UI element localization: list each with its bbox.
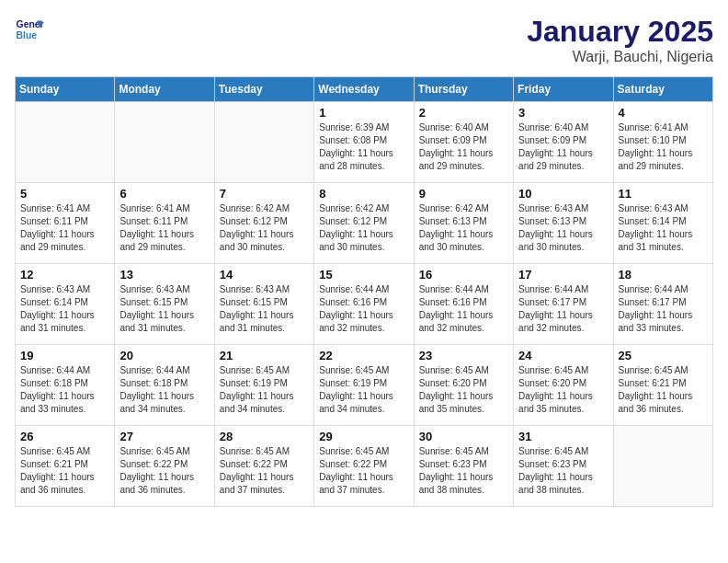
weekday-header: Monday (115, 77, 214, 102)
day-detail: Sunrise: 6:42 AM Sunset: 6:12 PM Dayligh… (220, 202, 309, 254)
day-number: 11 (619, 187, 708, 201)
calendar-cell: 6Sunrise: 6:41 AM Sunset: 6:11 PM Daylig… (115, 183, 214, 264)
day-detail: Sunrise: 6:43 AM Sunset: 6:13 PM Dayligh… (518, 202, 608, 254)
calendar-cell: 23Sunrise: 6:45 AM Sunset: 6:20 PM Dayli… (414, 345, 513, 426)
day-detail: Sunrise: 6:43 AM Sunset: 6:14 PM Dayligh… (619, 202, 708, 254)
day-number: 14 (220, 268, 309, 282)
day-number: 5 (20, 187, 109, 201)
day-number: 13 (119, 268, 209, 282)
calendar-cell: 15Sunrise: 6:44 AM Sunset: 6:16 PM Dayli… (314, 264, 414, 345)
weekday-header-row: SundayMondayTuesdayWednesdayThursdayFrid… (16, 77, 713, 102)
calendar-cell: 2Sunrise: 6:40 AM Sunset: 6:09 PM Daylig… (414, 102, 513, 183)
calendar-week-row: 19Sunrise: 6:44 AM Sunset: 6:18 PM Dayli… (16, 345, 713, 426)
calendar-cell (613, 426, 712, 507)
day-detail: Sunrise: 6:45 AM Sunset: 6:19 PM Dayligh… (220, 364, 309, 416)
day-number: 3 (518, 106, 608, 120)
day-number: 19 (20, 349, 109, 362)
day-number: 26 (20, 430, 109, 443)
calendar-cell: 5Sunrise: 6:41 AM Sunset: 6:11 PM Daylig… (16, 183, 115, 264)
day-number: 24 (518, 349, 608, 362)
calendar-cell: 4Sunrise: 6:41 AM Sunset: 6:10 PM Daylig… (613, 102, 712, 183)
calendar-cell: 11Sunrise: 6:43 AM Sunset: 6:14 PM Dayli… (613, 183, 712, 264)
day-number: 7 (220, 187, 309, 201)
calendar-cell: 13Sunrise: 6:43 AM Sunset: 6:15 PM Dayli… (115, 264, 214, 345)
calendar-cell: 9Sunrise: 6:42 AM Sunset: 6:13 PM Daylig… (414, 183, 513, 264)
calendar-cell: 10Sunrise: 6:43 AM Sunset: 6:13 PM Dayli… (514, 183, 613, 264)
day-number: 2 (419, 106, 508, 120)
day-detail: Sunrise: 6:45 AM Sunset: 6:23 PM Dayligh… (419, 445, 508, 497)
calendar-cell: 21Sunrise: 6:45 AM Sunset: 6:19 PM Dayli… (214, 345, 313, 426)
calendar-cell: 30Sunrise: 6:45 AM Sunset: 6:23 PM Dayli… (414, 426, 513, 507)
calendar-cell: 28Sunrise: 6:45 AM Sunset: 6:22 PM Dayli… (214, 426, 313, 507)
day-detail: Sunrise: 6:40 AM Sunset: 6:09 PM Dayligh… (518, 121, 608, 173)
day-number: 23 (419, 349, 508, 362)
day-number: 30 (419, 430, 508, 443)
day-detail: Sunrise: 6:45 AM Sunset: 6:19 PM Dayligh… (319, 364, 408, 416)
calendar-week-row: 26Sunrise: 6:45 AM Sunset: 6:21 PM Dayli… (16, 426, 713, 507)
day-number: 4 (619, 106, 708, 120)
calendar-cell: 24Sunrise: 6:45 AM Sunset: 6:20 PM Dayli… (514, 345, 613, 426)
weekday-header: Saturday (613, 77, 712, 102)
day-number: 29 (319, 430, 408, 443)
calendar-cell (115, 102, 214, 183)
day-number: 21 (220, 349, 309, 362)
day-number: 17 (518, 268, 608, 282)
logo-icon: General Blue (15, 15, 44, 44)
day-number: 1 (319, 106, 408, 120)
day-detail: Sunrise: 6:43 AM Sunset: 6:14 PM Dayligh… (20, 283, 109, 335)
day-number: 10 (518, 187, 608, 201)
day-detail: Sunrise: 6:44 AM Sunset: 6:16 PM Dayligh… (419, 283, 508, 335)
day-detail: Sunrise: 6:41 AM Sunset: 6:11 PM Dayligh… (119, 202, 209, 254)
month-title: January 2025 (527, 15, 713, 49)
title-area: January 2025 Warji, Bauchi, Nigeria (527, 15, 713, 65)
day-detail: Sunrise: 6:44 AM Sunset: 6:17 PM Dayligh… (518, 283, 608, 335)
day-number: 16 (419, 268, 508, 282)
calendar-cell: 7Sunrise: 6:42 AM Sunset: 6:12 PM Daylig… (214, 183, 313, 264)
calendar-cell: 19Sunrise: 6:44 AM Sunset: 6:18 PM Dayli… (16, 345, 115, 426)
calendar-cell: 22Sunrise: 6:45 AM Sunset: 6:19 PM Dayli… (314, 345, 414, 426)
day-detail: Sunrise: 6:45 AM Sunset: 6:20 PM Dayligh… (518, 364, 608, 416)
location-subtitle: Warji, Bauchi, Nigeria (527, 49, 713, 65)
day-detail: Sunrise: 6:45 AM Sunset: 6:21 PM Dayligh… (619, 364, 708, 416)
day-number: 25 (619, 349, 708, 362)
calendar-cell (16, 102, 115, 183)
calendar-cell: 26Sunrise: 6:45 AM Sunset: 6:21 PM Dayli… (16, 426, 115, 507)
weekday-header: Friday (514, 77, 613, 102)
day-number: 22 (319, 349, 408, 362)
day-number: 15 (319, 268, 408, 282)
logo: General Blue (15, 15, 44, 44)
day-number: 27 (119, 430, 209, 443)
day-number: 18 (619, 268, 708, 282)
calendar-cell: 27Sunrise: 6:45 AM Sunset: 6:22 PM Dayli… (115, 426, 214, 507)
calendar-week-row: 1Sunrise: 6:39 AM Sunset: 6:08 PM Daylig… (16, 102, 713, 183)
day-number: 20 (119, 349, 209, 362)
day-detail: Sunrise: 6:40 AM Sunset: 6:09 PM Dayligh… (419, 121, 508, 173)
calendar-cell: 3Sunrise: 6:40 AM Sunset: 6:09 PM Daylig… (514, 102, 613, 183)
day-detail: Sunrise: 6:42 AM Sunset: 6:12 PM Dayligh… (319, 202, 408, 254)
day-detail: Sunrise: 6:45 AM Sunset: 6:22 PM Dayligh… (319, 445, 408, 497)
weekday-header: Sunday (16, 77, 115, 102)
calendar-cell: 14Sunrise: 6:43 AM Sunset: 6:15 PM Dayli… (214, 264, 313, 345)
calendar-cell: 12Sunrise: 6:43 AM Sunset: 6:14 PM Dayli… (16, 264, 115, 345)
weekday-header: Tuesday (214, 77, 313, 102)
day-detail: Sunrise: 6:44 AM Sunset: 6:17 PM Dayligh… (619, 283, 708, 335)
calendar-cell (214, 102, 313, 183)
day-detail: Sunrise: 6:39 AM Sunset: 6:08 PM Dayligh… (319, 121, 408, 173)
day-number: 12 (20, 268, 109, 282)
calendar-cell: 29Sunrise: 6:45 AM Sunset: 6:22 PM Dayli… (314, 426, 414, 507)
day-detail: Sunrise: 6:45 AM Sunset: 6:23 PM Dayligh… (518, 445, 608, 497)
day-detail: Sunrise: 6:45 AM Sunset: 6:20 PM Dayligh… (419, 364, 508, 416)
calendar-cell: 25Sunrise: 6:45 AM Sunset: 6:21 PM Dayli… (613, 345, 712, 426)
day-detail: Sunrise: 6:43 AM Sunset: 6:15 PM Dayligh… (119, 283, 209, 335)
day-detail: Sunrise: 6:44 AM Sunset: 6:18 PM Dayligh… (119, 364, 209, 416)
day-detail: Sunrise: 6:44 AM Sunset: 6:18 PM Dayligh… (20, 364, 109, 416)
day-number: 6 (119, 187, 209, 201)
calendar-week-row: 12Sunrise: 6:43 AM Sunset: 6:14 PM Dayli… (16, 264, 713, 345)
calendar-cell: 1Sunrise: 6:39 AM Sunset: 6:08 PM Daylig… (314, 102, 414, 183)
day-detail: Sunrise: 6:41 AM Sunset: 6:11 PM Dayligh… (20, 202, 109, 254)
calendar-week-row: 5Sunrise: 6:41 AM Sunset: 6:11 PM Daylig… (16, 183, 713, 264)
calendar-cell: 16Sunrise: 6:44 AM Sunset: 6:16 PM Dayli… (414, 264, 513, 345)
day-number: 28 (220, 430, 309, 443)
svg-text:Blue: Blue (17, 30, 38, 40)
day-detail: Sunrise: 6:45 AM Sunset: 6:21 PM Dayligh… (20, 445, 109, 497)
